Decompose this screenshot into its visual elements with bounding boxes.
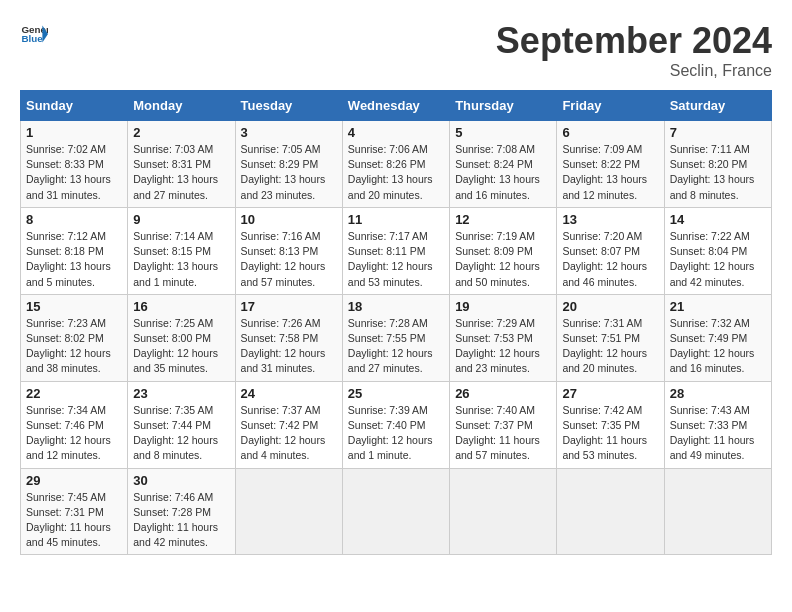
day-cell: 4Sunrise: 7:06 AM Sunset: 8:26 PM Daylig… — [342, 121, 449, 208]
day-cell: 2Sunrise: 7:03 AM Sunset: 8:31 PM Daylig… — [128, 121, 235, 208]
day-number: 7 — [670, 125, 766, 140]
day-info: Sunrise: 7:31 AM Sunset: 7:51 PM Dayligh… — [562, 316, 658, 377]
day-cell: 17Sunrise: 7:26 AM Sunset: 7:58 PM Dayli… — [235, 294, 342, 381]
logo-icon: General Blue — [20, 20, 48, 48]
day-info: Sunrise: 7:05 AM Sunset: 8:29 PM Dayligh… — [241, 142, 337, 203]
day-info: Sunrise: 7:42 AM Sunset: 7:35 PM Dayligh… — [562, 403, 658, 464]
day-cell: 30Sunrise: 7:46 AM Sunset: 7:28 PM Dayli… — [128, 468, 235, 555]
day-cell: 27Sunrise: 7:42 AM Sunset: 7:35 PM Dayli… — [557, 381, 664, 468]
header-cell-wednesday: Wednesday — [342, 91, 449, 121]
day-info: Sunrise: 7:34 AM Sunset: 7:46 PM Dayligh… — [26, 403, 122, 464]
week-row-4: 22Sunrise: 7:34 AM Sunset: 7:46 PM Dayli… — [21, 381, 772, 468]
day-number: 21 — [670, 299, 766, 314]
day-cell: 19Sunrise: 7:29 AM Sunset: 7:53 PM Dayli… — [450, 294, 557, 381]
logo: General Blue — [20, 20, 52, 48]
day-info: Sunrise: 7:28 AM Sunset: 7:55 PM Dayligh… — [348, 316, 444, 377]
day-info: Sunrise: 7:17 AM Sunset: 8:11 PM Dayligh… — [348, 229, 444, 290]
header-cell-sunday: Sunday — [21, 91, 128, 121]
day-cell: 22Sunrise: 7:34 AM Sunset: 7:46 PM Dayli… — [21, 381, 128, 468]
title-area: September 2024 Seclin, France — [496, 20, 772, 80]
day-number: 29 — [26, 473, 122, 488]
day-info: Sunrise: 7:12 AM Sunset: 8:18 PM Dayligh… — [26, 229, 122, 290]
day-number: 15 — [26, 299, 122, 314]
header-cell-thursday: Thursday — [450, 91, 557, 121]
calendar-table: SundayMondayTuesdayWednesdayThursdayFrid… — [20, 90, 772, 555]
day-cell: 13Sunrise: 7:20 AM Sunset: 8:07 PM Dayli… — [557, 207, 664, 294]
day-number: 2 — [133, 125, 229, 140]
day-number: 17 — [241, 299, 337, 314]
day-number: 9 — [133, 212, 229, 227]
day-number: 12 — [455, 212, 551, 227]
day-info: Sunrise: 7:16 AM Sunset: 8:13 PM Dayligh… — [241, 229, 337, 290]
day-info: Sunrise: 7:08 AM Sunset: 8:24 PM Dayligh… — [455, 142, 551, 203]
day-cell: 15Sunrise: 7:23 AM Sunset: 8:02 PM Dayli… — [21, 294, 128, 381]
day-info: Sunrise: 7:39 AM Sunset: 7:40 PM Dayligh… — [348, 403, 444, 464]
day-number: 14 — [670, 212, 766, 227]
week-row-3: 15Sunrise: 7:23 AM Sunset: 8:02 PM Dayli… — [21, 294, 772, 381]
day-info: Sunrise: 7:46 AM Sunset: 7:28 PM Dayligh… — [133, 490, 229, 551]
day-cell — [235, 468, 342, 555]
header-cell-friday: Friday — [557, 91, 664, 121]
week-row-1: 1Sunrise: 7:02 AM Sunset: 8:33 PM Daylig… — [21, 121, 772, 208]
day-cell: 12Sunrise: 7:19 AM Sunset: 8:09 PM Dayli… — [450, 207, 557, 294]
svg-text:Blue: Blue — [21, 33, 43, 44]
day-cell: 16Sunrise: 7:25 AM Sunset: 8:00 PM Dayli… — [128, 294, 235, 381]
day-number: 26 — [455, 386, 551, 401]
day-info: Sunrise: 7:20 AM Sunset: 8:07 PM Dayligh… — [562, 229, 658, 290]
day-number: 25 — [348, 386, 444, 401]
day-info: Sunrise: 7:14 AM Sunset: 8:15 PM Dayligh… — [133, 229, 229, 290]
day-cell: 25Sunrise: 7:39 AM Sunset: 7:40 PM Dayli… — [342, 381, 449, 468]
day-cell: 7Sunrise: 7:11 AM Sunset: 8:20 PM Daylig… — [664, 121, 771, 208]
calendar-header: SundayMondayTuesdayWednesdayThursdayFrid… — [21, 91, 772, 121]
day-cell — [342, 468, 449, 555]
day-number: 4 — [348, 125, 444, 140]
header-row: SundayMondayTuesdayWednesdayThursdayFrid… — [21, 91, 772, 121]
day-cell: 9Sunrise: 7:14 AM Sunset: 8:15 PM Daylig… — [128, 207, 235, 294]
day-number: 1 — [26, 125, 122, 140]
day-info: Sunrise: 7:02 AM Sunset: 8:33 PM Dayligh… — [26, 142, 122, 203]
header: General Blue September 2024 Seclin, Fran… — [20, 20, 772, 80]
day-cell: 21Sunrise: 7:32 AM Sunset: 7:49 PM Dayli… — [664, 294, 771, 381]
day-info: Sunrise: 7:06 AM Sunset: 8:26 PM Dayligh… — [348, 142, 444, 203]
day-info: Sunrise: 7:40 AM Sunset: 7:37 PM Dayligh… — [455, 403, 551, 464]
day-number: 24 — [241, 386, 337, 401]
location: Seclin, France — [496, 62, 772, 80]
day-number: 20 — [562, 299, 658, 314]
day-number: 30 — [133, 473, 229, 488]
day-info: Sunrise: 7:19 AM Sunset: 8:09 PM Dayligh… — [455, 229, 551, 290]
day-cell: 1Sunrise: 7:02 AM Sunset: 8:33 PM Daylig… — [21, 121, 128, 208]
day-cell: 26Sunrise: 7:40 AM Sunset: 7:37 PM Dayli… — [450, 381, 557, 468]
day-cell — [664, 468, 771, 555]
day-number: 19 — [455, 299, 551, 314]
day-number: 18 — [348, 299, 444, 314]
day-info: Sunrise: 7:37 AM Sunset: 7:42 PM Dayligh… — [241, 403, 337, 464]
day-cell: 6Sunrise: 7:09 AM Sunset: 8:22 PM Daylig… — [557, 121, 664, 208]
day-cell: 8Sunrise: 7:12 AM Sunset: 8:18 PM Daylig… — [21, 207, 128, 294]
day-cell: 20Sunrise: 7:31 AM Sunset: 7:51 PM Dayli… — [557, 294, 664, 381]
day-cell: 23Sunrise: 7:35 AM Sunset: 7:44 PM Dayli… — [128, 381, 235, 468]
day-info: Sunrise: 7:23 AM Sunset: 8:02 PM Dayligh… — [26, 316, 122, 377]
day-number: 6 — [562, 125, 658, 140]
week-row-5: 29Sunrise: 7:45 AM Sunset: 7:31 PM Dayli… — [21, 468, 772, 555]
calendar-body: 1Sunrise: 7:02 AM Sunset: 8:33 PM Daylig… — [21, 121, 772, 555]
header-cell-tuesday: Tuesday — [235, 91, 342, 121]
day-number: 5 — [455, 125, 551, 140]
day-cell: 28Sunrise: 7:43 AM Sunset: 7:33 PM Dayli… — [664, 381, 771, 468]
day-info: Sunrise: 7:09 AM Sunset: 8:22 PM Dayligh… — [562, 142, 658, 203]
header-cell-saturday: Saturday — [664, 91, 771, 121]
day-info: Sunrise: 7:45 AM Sunset: 7:31 PM Dayligh… — [26, 490, 122, 551]
day-info: Sunrise: 7:32 AM Sunset: 7:49 PM Dayligh… — [670, 316, 766, 377]
day-cell: 5Sunrise: 7:08 AM Sunset: 8:24 PM Daylig… — [450, 121, 557, 208]
day-info: Sunrise: 7:25 AM Sunset: 8:00 PM Dayligh… — [133, 316, 229, 377]
day-info: Sunrise: 7:22 AM Sunset: 8:04 PM Dayligh… — [670, 229, 766, 290]
day-number: 28 — [670, 386, 766, 401]
day-info: Sunrise: 7:35 AM Sunset: 7:44 PM Dayligh… — [133, 403, 229, 464]
day-cell: 24Sunrise: 7:37 AM Sunset: 7:42 PM Dayli… — [235, 381, 342, 468]
week-row-2: 8Sunrise: 7:12 AM Sunset: 8:18 PM Daylig… — [21, 207, 772, 294]
day-number: 3 — [241, 125, 337, 140]
day-number: 22 — [26, 386, 122, 401]
day-number: 27 — [562, 386, 658, 401]
day-number: 10 — [241, 212, 337, 227]
day-cell: 18Sunrise: 7:28 AM Sunset: 7:55 PM Dayli… — [342, 294, 449, 381]
day-number: 13 — [562, 212, 658, 227]
